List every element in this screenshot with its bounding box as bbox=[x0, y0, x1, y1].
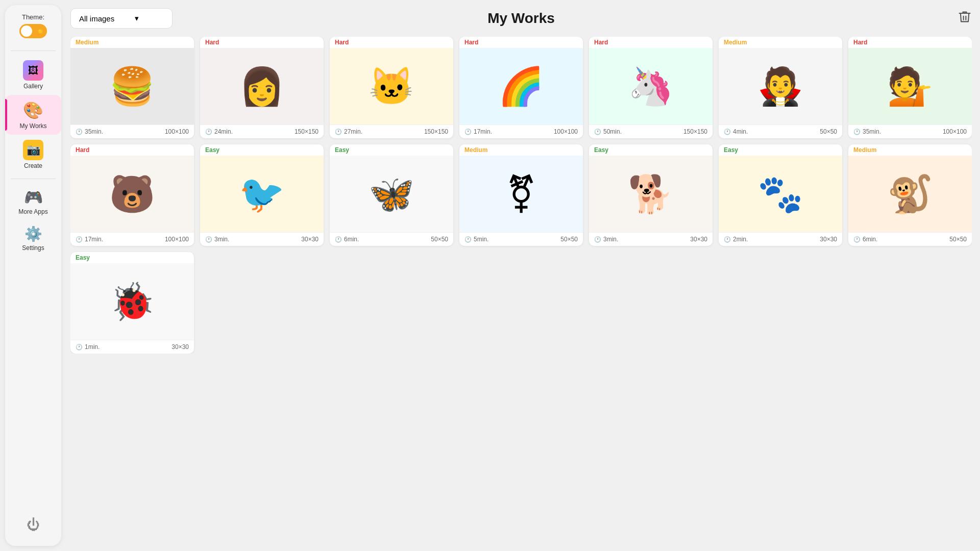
work-card-13[interactable]: Easy 🐾 🕐 2min. 30×30 bbox=[719, 144, 842, 246]
artwork-emoji: 🐕 bbox=[628, 172, 674, 216]
card-footer: 🕐 17min. 100×100 bbox=[70, 232, 194, 246]
toggle-knob bbox=[21, 26, 32, 37]
card-image: 👩 bbox=[200, 48, 324, 124]
work-card-14[interactable]: Medium 🐒 🕐 6min. 50×50 bbox=[848, 144, 972, 246]
work-card-11[interactable]: Medium ⚧ 🕐 5min. 50×50 bbox=[459, 144, 583, 246]
work-card-9[interactable]: Easy 🐦 🕐 3min. 30×30 bbox=[200, 144, 324, 246]
card-time: 🕐 1min. bbox=[76, 343, 100, 350]
theme-toggle[interactable]: ☀️ bbox=[19, 24, 47, 38]
card-footer: 🕐 2min. 30×30 bbox=[719, 232, 842, 246]
card-footer: 🕐 27min. 150×150 bbox=[330, 124, 453, 138]
artwork-emoji: 🦄 bbox=[628, 65, 674, 108]
time-label: 6min. bbox=[863, 236, 877, 243]
card-time: 🕐 24min. bbox=[205, 128, 233, 135]
work-card-7[interactable]: Hard 💁 🕐 35min. 100×100 bbox=[848, 37, 972, 138]
clock-icon: 🕐 bbox=[205, 236, 212, 243]
gallery-icon: 🖼 bbox=[23, 60, 43, 81]
difficulty-badge: Hard bbox=[848, 37, 972, 48]
time-label: 50min. bbox=[603, 128, 622, 135]
work-card-8[interactable]: Hard 🐻 🕐 17min. 100×100 bbox=[70, 144, 194, 246]
artwork-emoji: 🐻 bbox=[109, 172, 155, 216]
card-image: 🐞 bbox=[70, 263, 194, 340]
sidebar-item-gallery[interactable]: 🖼 Gallery bbox=[5, 55, 61, 95]
size-label: 30×30 bbox=[690, 236, 707, 243]
card-image: 🐾 bbox=[719, 156, 842, 232]
difficulty-badge: Medium bbox=[848, 144, 972, 156]
work-card-2[interactable]: Hard 👩 🕐 24min. 150×150 bbox=[200, 37, 324, 138]
card-time: 🕐 27min. bbox=[335, 128, 362, 135]
card-footer: 🕐 4min. 50×50 bbox=[719, 124, 842, 138]
work-card-15[interactable]: Easy 🐞 🕐 1min. 30×30 bbox=[70, 252, 194, 354]
time-label: 24min. bbox=[214, 128, 233, 135]
difficulty-badge: Easy bbox=[589, 144, 713, 156]
work-card-3[interactable]: Hard 🐱 🕐 27min. 150×150 bbox=[330, 37, 453, 138]
work-card-4[interactable]: Hard 🌈 🕐 17min. 100×100 bbox=[459, 37, 583, 138]
clock-icon: 🕐 bbox=[76, 344, 83, 350]
time-label: 35min. bbox=[85, 128, 103, 135]
filter-dropdown[interactable]: All images ▾ bbox=[70, 8, 173, 29]
sidebar-item-my-works[interactable]: 🎨 My Works bbox=[5, 95, 61, 135]
size-label: 30×30 bbox=[820, 236, 837, 243]
difficulty-badge: Easy bbox=[330, 144, 453, 156]
size-label: 50×50 bbox=[949, 236, 967, 243]
card-image: 🐒 bbox=[848, 156, 972, 232]
card-image: 🦄 bbox=[589, 48, 713, 124]
clock-icon: 🕐 bbox=[594, 129, 601, 135]
size-label: 100×100 bbox=[943, 128, 967, 135]
card-image: 🧛 bbox=[719, 48, 842, 124]
sidebar-item-settings[interactable]: ⚙️ Settings bbox=[5, 220, 61, 257]
theme-label: Theme: bbox=[22, 13, 44, 21]
card-image: 🦋 bbox=[330, 156, 453, 232]
artwork-emoji: 🍔 bbox=[109, 65, 155, 108]
clock-icon: 🕐 bbox=[724, 236, 731, 243]
difficulty-badge: Medium bbox=[719, 37, 842, 48]
sidebar-item-label-more-apps: More Apps bbox=[18, 208, 47, 215]
work-card-6[interactable]: Medium 🧛 🕐 4min. 50×50 bbox=[719, 37, 842, 138]
work-card-12[interactable]: Easy 🐕 🕐 3min. 30×30 bbox=[589, 144, 713, 246]
card-time: 🕐 2min. bbox=[724, 236, 748, 243]
sun-icon: ☀️ bbox=[36, 28, 44, 35]
card-footer: 🕐 17min. 100×100 bbox=[459, 124, 583, 138]
card-time: 🕐 35min. bbox=[76, 128, 103, 135]
time-label: 5min. bbox=[474, 236, 488, 243]
card-footer: 🕐 35min. 100×100 bbox=[848, 124, 972, 138]
size-label: 150×150 bbox=[683, 128, 707, 135]
trash-button[interactable] bbox=[958, 10, 972, 27]
artwork-emoji: ⚧ bbox=[506, 172, 536, 215]
filter-label: All images bbox=[79, 14, 114, 23]
works-grid: Medium 🍔 🕐 35min. 100×100 Hard 👩 🕐 24min… bbox=[70, 37, 972, 354]
my-works-icon: 🎨 bbox=[23, 100, 43, 120]
size-label: 30×30 bbox=[172, 343, 189, 350]
clock-icon: 🕐 bbox=[464, 129, 472, 135]
card-time: 🕐 17min. bbox=[76, 236, 103, 243]
size-label: 150×150 bbox=[424, 128, 448, 135]
sidebar-item-power[interactable]: ⏻ bbox=[5, 512, 61, 538]
clock-icon: 🕐 bbox=[205, 129, 212, 135]
work-card-1[interactable]: Medium 🍔 🕐 35min. 100×100 bbox=[70, 37, 194, 138]
card-image: 💁 bbox=[848, 48, 972, 124]
difficulty-badge: Medium bbox=[70, 37, 194, 48]
main-content: All images ▾ My Works Medium 🍔 🕐 35min. bbox=[66, 0, 980, 551]
size-label: 100×100 bbox=[554, 128, 578, 135]
work-card-10[interactable]: Easy 🦋 🕐 6min. 50×50 bbox=[330, 144, 453, 246]
sidebar-item-label-create: Create bbox=[24, 162, 42, 169]
sidebar-item-label-settings: Settings bbox=[22, 244, 44, 252]
time-label: 27min. bbox=[344, 128, 362, 135]
size-label: 100×100 bbox=[165, 236, 189, 243]
card-time: 🕐 6min. bbox=[853, 236, 877, 243]
card-time: 🕐 35min. bbox=[853, 128, 881, 135]
work-card-5[interactable]: Hard 🦄 🕐 50min. 150×150 bbox=[589, 37, 713, 138]
card-footer: 🕐 24min. 150×150 bbox=[200, 124, 324, 138]
time-label: 2min. bbox=[733, 236, 748, 243]
sidebar-item-more-apps[interactable]: 🎮 More Apps bbox=[5, 183, 61, 220]
sidebar-item-create[interactable]: 📷 Create bbox=[5, 135, 61, 174]
card-footer: 🕐 3min. 30×30 bbox=[589, 232, 713, 246]
clock-icon: 🕐 bbox=[335, 129, 342, 135]
card-footer: 🕐 6min. 50×50 bbox=[848, 232, 972, 246]
clock-icon: 🕐 bbox=[76, 236, 83, 243]
card-time: 🕐 17min. bbox=[464, 128, 492, 135]
clock-icon: 🕐 bbox=[464, 236, 472, 243]
clock-icon: 🕐 bbox=[853, 236, 861, 243]
time-label: 6min. bbox=[344, 236, 359, 243]
difficulty-badge: Easy bbox=[719, 144, 842, 156]
